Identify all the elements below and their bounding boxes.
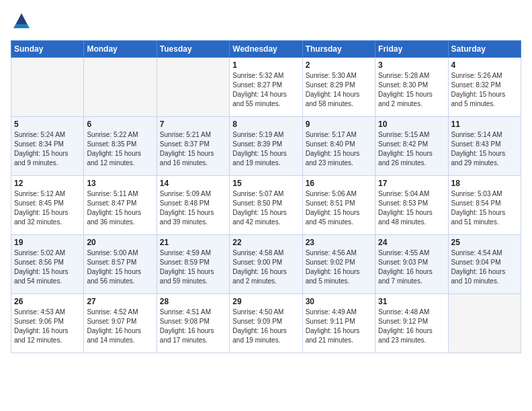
day-cell: 6 Sunrise: 5:22 AMSunset: 8:35 PMDayligh…	[84, 117, 157, 176]
header	[11, 11, 521, 32]
day-number: 30	[306, 297, 372, 306]
week-row-3: 12 Sunrise: 5:12 AMSunset: 8:45 PMDaylig…	[11, 176, 521, 235]
day-cell: 28 Sunrise: 4:51 AMSunset: 9:08 PMDaylig…	[157, 294, 229, 353]
day-number: 10	[378, 120, 445, 129]
day-info: Sunrise: 4:58 AMSunset: 9:00 PMDaylight:…	[232, 248, 299, 286]
day-number: 9	[306, 120, 372, 129]
day-cell: 5 Sunrise: 5:24 AMSunset: 8:34 PMDayligh…	[11, 117, 84, 176]
day-cell: 9 Sunrise: 5:17 AMSunset: 8:40 PMDayligh…	[302, 117, 375, 176]
day-info: Sunrise: 5:30 AMSunset: 8:29 PMDaylight:…	[306, 71, 372, 109]
day-info: Sunrise: 4:55 AMSunset: 9:03 PMDaylight:…	[378, 248, 445, 286]
day-number: 20	[87, 238, 153, 247]
day-info: Sunrise: 4:54 AMSunset: 9:04 PMDaylight:…	[451, 248, 518, 286]
day-info: Sunrise: 5:02 AMSunset: 8:56 PMDaylight:…	[14, 248, 81, 286]
day-number: 11	[451, 120, 518, 129]
day-cell: 17 Sunrise: 5:04 AMSunset: 8:53 PMDaylig…	[375, 176, 448, 235]
day-number: 19	[14, 238, 81, 247]
day-number: 8	[232, 120, 299, 129]
day-cell: 23 Sunrise: 4:56 AMSunset: 9:02 PMDaylig…	[302, 235, 375, 294]
day-number: 15	[232, 179, 299, 188]
day-info: Sunrise: 5:00 AMSunset: 8:57 PMDaylight:…	[87, 248, 153, 286]
day-cell: 14 Sunrise: 5:09 AMSunset: 8:48 PMDaylig…	[157, 176, 229, 235]
day-number: 23	[306, 238, 372, 247]
day-info: Sunrise: 5:32 AMSunset: 8:27 PMDaylight:…	[232, 71, 299, 109]
day-number: 6	[87, 120, 153, 129]
day-number: 27	[87, 297, 153, 306]
day-number: 14	[160, 179, 226, 188]
day-number: 13	[87, 179, 153, 188]
week-row-4: 19 Sunrise: 5:02 AMSunset: 8:56 PMDaylig…	[11, 235, 521, 294]
day-cell: 1 Sunrise: 5:32 AMSunset: 8:27 PMDayligh…	[230, 58, 302, 117]
day-cell: 30 Sunrise: 4:49 AMSunset: 9:11 PMDaylig…	[302, 294, 375, 353]
day-info: Sunrise: 5:06 AMSunset: 8:51 PMDaylight:…	[306, 189, 372, 227]
day-number: 5	[14, 120, 81, 129]
svg-marker-1	[16, 13, 27, 24]
day-info: Sunrise: 4:56 AMSunset: 9:02 PMDaylight:…	[306, 248, 372, 286]
day-info: Sunrise: 5:15 AMSunset: 8:42 PMDaylight:…	[378, 130, 445, 168]
day-number: 25	[451, 238, 518, 247]
day-cell: 20 Sunrise: 5:00 AMSunset: 8:57 PMDaylig…	[84, 235, 157, 294]
day-info: Sunrise: 5:22 AMSunset: 8:35 PMDaylight:…	[87, 130, 153, 168]
day-cell: 2 Sunrise: 5:30 AMSunset: 8:29 PMDayligh…	[302, 58, 375, 117]
weekday-header-wednesday: Wednesday	[230, 41, 302, 58]
day-cell	[448, 294, 521, 353]
weekday-header-friday: Friday	[375, 41, 448, 58]
day-number: 28	[160, 297, 226, 306]
day-cell: 13 Sunrise: 5:11 AMSunset: 8:47 PMDaylig…	[84, 176, 157, 235]
day-cell: 15 Sunrise: 5:07 AMSunset: 8:50 PMDaylig…	[230, 176, 302, 235]
weekday-header-thursday: Thursday	[302, 41, 375, 58]
day-number: 2	[306, 60, 372, 70]
weekday-header-saturday: Saturday	[448, 41, 521, 58]
day-number: 1	[232, 60, 299, 70]
day-info: Sunrise: 4:51 AMSunset: 9:08 PMDaylight:…	[160, 308, 226, 345]
week-row-2: 5 Sunrise: 5:24 AMSunset: 8:34 PMDayligh…	[11, 117, 521, 176]
day-info: Sunrise: 5:19 AMSunset: 8:39 PMDaylight:…	[232, 130, 299, 168]
weekday-header-tuesday: Tuesday	[157, 41, 229, 58]
day-info: Sunrise: 5:07 AMSunset: 8:50 PMDaylight:…	[232, 189, 299, 227]
day-cell: 12 Sunrise: 5:12 AMSunset: 8:45 PMDaylig…	[11, 176, 84, 235]
day-number: 24	[378, 238, 445, 247]
day-number: 22	[232, 238, 299, 247]
day-info: Sunrise: 4:53 AMSunset: 9:06 PMDaylight:…	[14, 308, 81, 345]
day-info: Sunrise: 5:28 AMSunset: 8:30 PMDaylight:…	[378, 71, 445, 109]
day-cell: 16 Sunrise: 5:06 AMSunset: 8:51 PMDaylig…	[302, 176, 375, 235]
day-info: Sunrise: 5:12 AMSunset: 8:45 PMDaylight:…	[14, 189, 81, 227]
day-info: Sunrise: 5:24 AMSunset: 8:34 PMDaylight:…	[14, 130, 81, 168]
day-cell	[11, 58, 84, 117]
day-cell: 8 Sunrise: 5:19 AMSunset: 8:39 PMDayligh…	[230, 117, 302, 176]
day-cell: 29 Sunrise: 4:50 AMSunset: 9:09 PMDaylig…	[230, 294, 302, 353]
day-info: Sunrise: 4:52 AMSunset: 9:07 PMDaylight:…	[87, 308, 153, 345]
day-number: 3	[378, 60, 445, 70]
day-number: 18	[451, 179, 518, 188]
day-info: Sunrise: 4:49 AMSunset: 9:11 PMDaylight:…	[306, 308, 372, 345]
logo-icon	[11, 11, 32, 32]
day-info: Sunrise: 5:09 AMSunset: 8:48 PMDaylight:…	[160, 189, 226, 227]
weekday-header-sunday: Sunday	[11, 41, 84, 58]
day-cell: 21 Sunrise: 4:59 AMSunset: 8:59 PMDaylig…	[157, 235, 229, 294]
calendar-table: SundayMondayTuesdayWednesdayThursdayFrid…	[11, 40, 521, 353]
day-info: Sunrise: 5:21 AMSunset: 8:37 PMDaylight:…	[160, 130, 226, 168]
day-cell: 3 Sunrise: 5:28 AMSunset: 8:30 PMDayligh…	[375, 58, 448, 117]
weekday-header-row: SundayMondayTuesdayWednesdayThursdayFrid…	[11, 41, 521, 58]
day-cell: 19 Sunrise: 5:02 AMSunset: 8:56 PMDaylig…	[11, 235, 84, 294]
day-info: Sunrise: 4:48 AMSunset: 9:12 PMDaylight:…	[378, 308, 445, 345]
day-info: Sunrise: 5:11 AMSunset: 8:47 PMDaylight:…	[87, 189, 153, 227]
day-info: Sunrise: 4:59 AMSunset: 8:59 PMDaylight:…	[160, 248, 226, 286]
day-info: Sunrise: 4:50 AMSunset: 9:09 PMDaylight:…	[232, 308, 299, 345]
day-info: Sunrise: 5:26 AMSunset: 8:32 PMDaylight:…	[451, 71, 518, 109]
day-number: 26	[14, 297, 81, 306]
day-number: 31	[378, 297, 445, 306]
day-info: Sunrise: 5:03 AMSunset: 8:54 PMDaylight:…	[451, 189, 518, 227]
day-cell: 7 Sunrise: 5:21 AMSunset: 8:37 PMDayligh…	[157, 117, 229, 176]
day-cell: 27 Sunrise: 4:52 AMSunset: 9:07 PMDaylig…	[84, 294, 157, 353]
weekday-header-monday: Monday	[84, 41, 157, 58]
day-number: 7	[160, 120, 226, 129]
week-row-1: 1 Sunrise: 5:32 AMSunset: 8:27 PMDayligh…	[11, 58, 521, 117]
logo	[11, 11, 35, 32]
day-cell	[84, 58, 157, 117]
day-cell: 25 Sunrise: 4:54 AMSunset: 9:04 PMDaylig…	[448, 235, 521, 294]
day-cell: 11 Sunrise: 5:14 AMSunset: 8:43 PMDaylig…	[448, 117, 521, 176]
day-number: 12	[14, 179, 81, 188]
day-number: 17	[378, 179, 445, 188]
day-number: 21	[160, 238, 226, 247]
